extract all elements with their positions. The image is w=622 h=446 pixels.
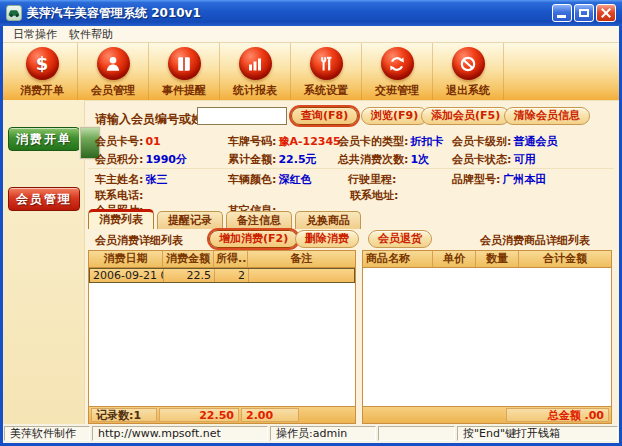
toolbar-item-event-reminder[interactable]: 事件提醒 [149, 43, 220, 100]
field-card-type: 会员卡的类型:折扣卡 [338, 134, 443, 149]
shift-refresh-icon [381, 47, 414, 80]
cell-consume-date: 2006-09-21 09 [90, 269, 164, 282]
grand-total-label: 总金额 [548, 409, 581, 422]
minimize-button[interactable] [552, 4, 572, 22]
field-card-level: 会员卡级别:普通会员 [452, 134, 557, 149]
grand-total: 总金额 .00 [506, 408, 609, 422]
column-consume-date[interactable]: 消费日期 [89, 251, 163, 267]
menu-daily-operations[interactable]: 日常操作 [7, 26, 63, 43]
tab-consume-list[interactable]: 消费列表 [88, 209, 154, 229]
sidebar-member-management-button[interactable]: 会员管理 [8, 187, 80, 211]
column-quantity[interactable]: 数量 [476, 251, 519, 267]
field-member-points: 会员积分:1990分 [95, 152, 187, 167]
close-button[interactable] [596, 4, 616, 22]
cell-note [249, 269, 354, 282]
bar-chart-icon [239, 47, 272, 80]
app-window: 美萍汽车美容管理系统 2010v1 日常操作 软件帮助 $ 消费开单 会员管理 … [0, 0, 622, 446]
field-owner-name: 车主姓名:张三 [95, 172, 167, 187]
title-bar: 美萍汽车美容管理系统 2010v1 [0, 0, 622, 26]
column-points-earned[interactable]: 所得... [214, 251, 248, 267]
column-note[interactable]: 备注 [248, 251, 355, 267]
member-search-input[interactable] [197, 107, 287, 125]
cell-consume-amount: 22.5 [164, 269, 215, 282]
tools-icon [310, 47, 343, 80]
menu-software-help[interactable]: 软件帮助 [63, 26, 119, 43]
tab-strip: 消费列表 提醒记录 备注信息 兑换商品 [88, 209, 614, 229]
window-title: 美萍汽车美容管理系统 2010v1 [27, 5, 552, 22]
field-mileage: 行驶里程: [348, 172, 398, 187]
exit-block-icon [452, 47, 485, 80]
status-bar: 美萍软件制作 http://www.mpsoft.net 操作员:admin 按… [3, 424, 619, 443]
cell-points-earned: 2 [215, 269, 249, 282]
member-refund-button[interactable]: 会员退货 [368, 230, 432, 248]
field-total-consume-times: 总共消费次数:1次 [338, 152, 429, 167]
consume-summary-bar: 记录数:1 22.50 2.00 [88, 407, 356, 424]
field-card-status: 会员卡状态:可用 [452, 152, 535, 167]
goods-list-title: 会员消费商品详细列表 [455, 233, 615, 248]
consume-goods-table: 商品名称 单价 数量 合计金额 [362, 250, 612, 407]
status-cashbox-hint: 按"End"键打开钱箱 [457, 426, 618, 441]
field-card-number: 会员卡号:01 [95, 134, 161, 149]
field-accumulated-amount: 累计金额:22.5元 [228, 152, 317, 167]
goods-summary-bar: 总金额 .00 [362, 407, 612, 424]
field-contact-address: 联系地址: [350, 188, 400, 203]
goods-table-header: 商品名称 单价 数量 合计金额 [363, 251, 611, 268]
field-vehicle-color: 车辆颜色:深红色 [228, 172, 311, 187]
maximize-button[interactable] [574, 4, 594, 22]
toolbar-item-shift-management[interactable]: 交班管理 [362, 43, 433, 100]
query-button[interactable]: 查询(F8) [291, 107, 358, 125]
toolbar-item-member-management[interactable]: 会员管理 [78, 43, 149, 100]
clear-member-info-button[interactable]: 清除会员信息 [504, 107, 590, 125]
delete-consume-button[interactable]: 删除消费 [295, 230, 359, 248]
status-empty [378, 426, 455, 441]
field-contact-phone: 联系电话: [95, 188, 145, 203]
toolbar-item-statistics-report[interactable]: 统计报表 [220, 43, 291, 100]
minimize-icon [557, 15, 566, 18]
main-toolbar: $ 消费开单 会员管理 事件提醒 统计报表 系统设置 [3, 43, 619, 100]
tab-note-info[interactable]: 备注信息 [226, 211, 292, 229]
column-unit-price[interactable]: 单价 [433, 251, 476, 267]
toolbar-item-system-settings[interactable]: 系统设置 [291, 43, 362, 100]
add-member-button[interactable]: 添加会员(F5) [421, 107, 510, 125]
reminder-book-icon [168, 47, 201, 80]
member-icon [97, 47, 130, 80]
field-plate-number: 车牌号码:豫A-12345 [228, 134, 341, 149]
browse-button[interactable]: 浏览(F9) [361, 107, 428, 125]
field-brand-model: 品牌型号:广州本田 [452, 172, 546, 187]
toolbar-item-consume-billing[interactable]: $ 消费开单 [7, 43, 78, 100]
maximize-icon [579, 9, 589, 17]
car-app-icon[interactable] [6, 5, 22, 21]
consume-list-title: 会员消费详细列表 [95, 233, 183, 248]
window-controls [552, 4, 616, 22]
consume-records-table: 消费日期 消费金额 所得... 备注 2006-09-21 09 22.5 2 [88, 250, 356, 407]
status-maker: 美萍软件制作 [4, 426, 90, 441]
status-website: http://www.mpsoft.net [92, 426, 268, 441]
toolbar-item-exit-system[interactable]: 退出系统 [433, 43, 504, 100]
info-divider [88, 168, 614, 169]
points-total: 2.00 [241, 408, 299, 422]
menu-bar: 日常操作 软件帮助 [3, 26, 619, 43]
tab-reminder-records[interactable]: 提醒记录 [157, 211, 223, 229]
grand-total-value: .00 [585, 409, 605, 422]
column-goods-name[interactable]: 商品名称 [363, 251, 433, 267]
record-count: 记录数:1 [91, 408, 157, 422]
car-glyph [7, 6, 21, 20]
column-total-amount[interactable]: 合计金额 [519, 251, 611, 267]
status-operator: 操作员:admin [270, 426, 376, 441]
dollar-icon: $ [26, 47, 59, 80]
tab-exchange-goods[interactable]: 兑换商品 [295, 211, 361, 229]
add-consume-button[interactable]: 增加消费(F2) [209, 230, 298, 248]
sidebar-consume-billing-button[interactable]: 消费开单 [8, 127, 80, 151]
amount-total: 22.50 [159, 408, 239, 422]
consume-table-row-selected[interactable]: 2006-09-21 09 22.5 2 [89, 268, 355, 283]
column-consume-amount[interactable]: 消费金额 [163, 251, 214, 267]
consume-table-header: 消费日期 消费金额 所得... 备注 [89, 251, 355, 268]
